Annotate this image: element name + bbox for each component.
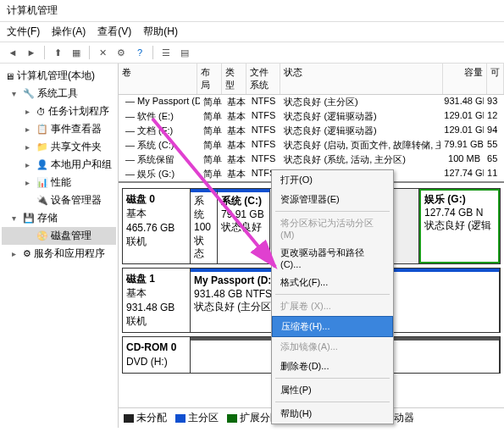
volume-row[interactable]: — 软件 (E:)简单基本NTFS状态良好 (逻辑驱动器)129.01 GB12 (119, 109, 504, 124)
tree-localusers[interactable]: ▸👤本地用户和组 (2, 156, 116, 174)
tree-systools[interactable]: ▾🔧系统工具 (2, 85, 116, 102)
col-status[interactable]: 状态 (280, 64, 443, 94)
col-free[interactable]: 可 (487, 64, 504, 94)
detail-icon[interactable]: ▤ (177, 45, 192, 60)
ctx-delete[interactable]: 删除卷(D)... (272, 357, 393, 376)
col-fs[interactable]: 文件系统 (246, 64, 280, 94)
volume-row[interactable]: — 系统 (C:)简单基本NTFS状态良好 (启动, 页面文件, 故障转储, 主… (119, 138, 504, 152)
show-icon[interactable]: ▦ (69, 45, 84, 60)
tree-tasksched[interactable]: ▸⏱任务计划程序 (2, 102, 116, 120)
ctx-markactive: 将分区标记为活动分区(M) (272, 213, 393, 243)
volume-row[interactable]: — My Passport (D:)简单基本NTFS状态良好 (主分区)931.… (119, 95, 504, 109)
tree-eventviewer[interactable]: ▸📋事件查看器 (2, 120, 116, 138)
tree-devicemgr[interactable]: 🔌设备管理器 (2, 191, 116, 209)
up-icon[interactable]: ⬆ (50, 45, 65, 60)
menubar: 文件(F) 操作(A) 查看(V) 帮助(H) (0, 22, 504, 42)
ctx-help[interactable]: 帮助(H) (272, 404, 393, 424)
tree-diskmgmt[interactable]: 📀磁盘管理 (2, 227, 116, 245)
ctx-format[interactable]: 格式化(F)... (272, 273, 393, 292)
ctx-open[interactable]: 打开(O) (272, 170, 393, 190)
tree-root[interactable]: 🖥计算机管理(本地) (2, 67, 116, 85)
forward-icon[interactable]: ► (24, 45, 39, 60)
refresh-icon[interactable]: ⚙ (114, 45, 129, 60)
menu-view[interactable]: 查看(V) (97, 25, 131, 39)
partition-reserved[interactable]: 系统100状态 (191, 189, 218, 263)
list-icon[interactable]: ☰ (158, 45, 174, 60)
nav-tree: 🖥计算机管理(本地) ▾🔧系统工具 ▸⏱任务计划程序 ▸📋事件查看器 ▸📁共享文… (0, 64, 119, 428)
ctx-shrink[interactable]: 压缩卷(H)... (272, 316, 393, 337)
tree-sharedfolders[interactable]: ▸📁共享文件夹 (2, 138, 116, 156)
col-type[interactable]: 类型 (222, 64, 246, 94)
toolbar: ◄ ► ⬆ ▦ ✕ ⚙ ? ☰ ▤ (0, 42, 504, 64)
prop-icon[interactable]: ✕ (95, 45, 110, 60)
back-icon[interactable]: ◄ (5, 45, 20, 60)
menu-file[interactable]: 文件(F) (7, 25, 40, 39)
volume-row[interactable]: — 文档 (F:)简单基本NTFS状态良好 (逻辑驱动器)129.01 GB94 (119, 124, 504, 138)
col-name[interactable]: 卷 (119, 64, 197, 94)
volume-header: 卷 布局 类型 文件系统 状态 容量 可 (119, 64, 504, 95)
ctx-explore[interactable]: 资源管理器(E) (272, 190, 393, 209)
partition-c[interactable]: 系统 (C:)79.91 GB状态良好 (218, 189, 270, 263)
menu-action[interactable]: 操作(A) (52, 25, 86, 39)
ctx-changeletter[interactable]: 更改驱动器号和路径(C)... (272, 243, 393, 273)
col-layout[interactable]: 布局 (197, 64, 222, 94)
volume-row[interactable]: — 系统保留简单基本NTFS状态良好 (系统, 活动, 主分区)100 MB65 (119, 152, 504, 167)
menu-help[interactable]: 帮助(H) (143, 25, 178, 39)
tree-storage[interactable]: ▾💾存储 (2, 209, 116, 227)
context-menu: 打开(O) 资源管理器(E) 将分区标记为活动分区(M) 更改驱动器号和路径(C… (271, 169, 394, 424)
tree-performance[interactable]: ▸📊性能 (2, 174, 116, 191)
tree-services[interactable]: ▸⚙服务和应用程序 (2, 245, 116, 263)
ctx-properties[interactable]: 属性(P) (272, 380, 393, 400)
window-title: 计算机管理 (0, 0, 504, 22)
partition-g[interactable]: 娱乐 (G:)127.74 GB N状态良好 (逻辑 (419, 189, 500, 263)
col-capacity[interactable]: 容量 (443, 64, 487, 94)
ctx-extend: 扩展卷 (X)... (272, 296, 393, 316)
volume-list: — My Passport (D:)简单基本NTFS状态良好 (主分区)931.… (119, 95, 504, 181)
ctx-mirror: 添加镜像(A)... (272, 337, 393, 357)
help-icon[interactable]: ? (132, 45, 147, 60)
